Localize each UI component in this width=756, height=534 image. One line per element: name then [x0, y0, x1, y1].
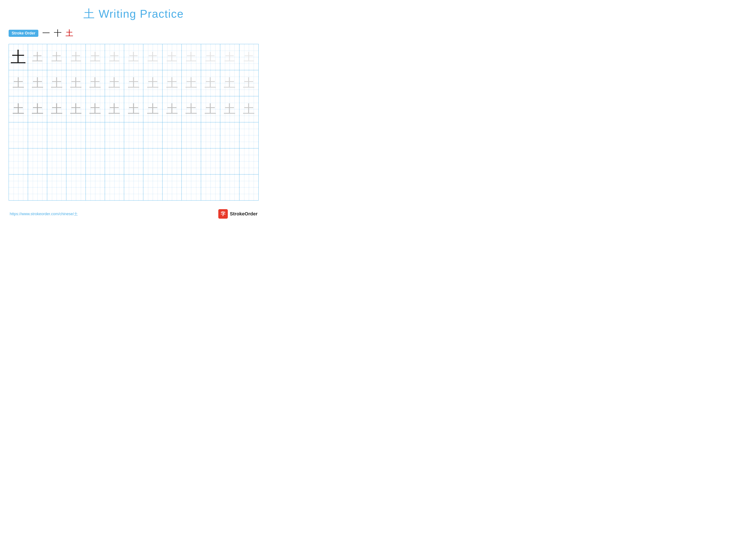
practice-char-guide: 土 [13, 75, 24, 91]
practice-char-guide: 土 [51, 50, 62, 64]
grid-cell-5-7 [124, 148, 143, 174]
practice-char-faint: 土 [243, 101, 255, 117]
grid-cell-2-6: 土 [105, 70, 124, 96]
practice-char-guide: 土 [32, 75, 43, 91]
grid-cell-5-6 [105, 148, 124, 174]
practice-char-faint: 土 [70, 101, 82, 117]
grid-cell-2-5: 土 [86, 70, 105, 96]
grid-cell-5-2 [28, 148, 47, 174]
practice-char-faint: 土 [166, 101, 178, 117]
grid-cell-2-13: 土 [239, 70, 258, 96]
stroke-order-row: Stroke Order 一 十 土 [9, 28, 258, 38]
grid-cell-3-11: 土 [201, 96, 220, 122]
grid-cell-3-4: 土 [67, 96, 86, 122]
practice-char-faint: 土 [147, 101, 159, 117]
grid-cell-3-2: 土 [28, 96, 47, 122]
grid-cell-1-3: 土 [47, 44, 67, 70]
stroke-sequence: 一 十 土 [42, 28, 73, 38]
grid-cell-6-3 [47, 174, 67, 200]
grid-cell-5-13 [239, 148, 258, 174]
practice-char-guide: 土 [243, 75, 255, 91]
practice-char-guide: 土 [51, 75, 63, 91]
practice-char-guide: 土 [244, 50, 254, 64]
grid-cell-6-7 [124, 174, 143, 200]
grid-cell-6-10 [182, 174, 201, 200]
grid-cell-2-9: 土 [162, 70, 182, 96]
grid-cell-6-9 [162, 174, 182, 200]
grid-cell-1-10: 土 [182, 44, 201, 70]
practice-char-guide: 土 [224, 50, 235, 64]
grid-row-6 [9, 174, 258, 200]
practice-char-guide: 土 [148, 50, 158, 64]
grid-cell-5-8 [143, 148, 162, 174]
grid-cell-2-10: 土 [182, 70, 201, 96]
grid-cell-5-11 [201, 148, 220, 174]
stroke-order-badge: Stroke Order [9, 30, 39, 37]
grid-row-4 [9, 122, 258, 148]
grid-cell-4-12 [220, 122, 239, 148]
practice-char-faint: 土 [108, 101, 120, 117]
grid-cell-4-9 [162, 122, 182, 148]
practice-char-guide: 土 [109, 50, 120, 64]
practice-char-guide: 土 [224, 75, 235, 91]
grid-cell-5-10 [182, 148, 201, 174]
practice-char-guide: 土 [32, 50, 43, 64]
practice-char-guide: 土 [108, 75, 120, 91]
practice-char-guide: 土 [89, 75, 101, 91]
practice-char-guide: 土 [166, 75, 178, 91]
grid-cell-5-4 [67, 148, 86, 174]
logo-icon: 字 [218, 209, 228, 219]
practice-char-faint: 土 [89, 101, 101, 117]
practice-grid: 土 土 土 土 [9, 44, 258, 201]
grid-cell-6-12 [220, 174, 239, 200]
logo-text: StrokeOrder [230, 211, 257, 217]
grid-cell-1-2: 土 [28, 44, 47, 70]
grid-cell-4-11 [201, 122, 220, 148]
grid-cell-4-5 [86, 122, 105, 148]
practice-char-faint: 土 [13, 101, 24, 117]
logo-char: 字 [221, 211, 226, 217]
grid-cell-2-4: 土 [67, 70, 86, 96]
grid-cell-5-12 [220, 148, 239, 174]
grid-cell-3-7: 土 [124, 96, 143, 122]
grid-cell-4-1 [9, 122, 28, 148]
practice-char-guide: 土 [205, 50, 216, 64]
grid-cell-1-11: 土 [201, 44, 220, 70]
practice-char-guide: 土 [128, 75, 140, 91]
grid-cell-4-3 [47, 122, 67, 148]
footer-url-link[interactable]: https://www.strokeorder.com/chinese/土 [10, 211, 78, 216]
grid-row-1: 土 土 土 土 [9, 44, 258, 70]
stroke-2: 十 [54, 28, 62, 38]
grid-cell-5-1 [9, 148, 28, 174]
practice-char-faint: 土 [185, 101, 197, 117]
grid-cell-1-6: 土 [105, 44, 124, 70]
grid-cell-1-12: 土 [220, 44, 239, 70]
grid-cell-5-5 [86, 148, 105, 174]
practice-char-guide: 土 [128, 50, 139, 64]
grid-cell-1-1: 土 [9, 44, 28, 70]
grid-cell-6-1 [9, 174, 28, 200]
grid-cell-3-13: 土 [239, 96, 258, 122]
grid-cell-2-12: 土 [220, 70, 239, 96]
grid-cell-2-11: 土 [201, 70, 220, 96]
practice-char-dark: 土 [11, 49, 26, 65]
grid-cell-2-2: 土 [28, 70, 47, 96]
practice-char-guide: 土 [167, 50, 177, 64]
grid-cell-2-3: 土 [47, 70, 67, 96]
stroke-3: 土 [66, 28, 73, 38]
grid-cell-1-13: 土 [239, 44, 258, 70]
grid-cell-5-3 [47, 148, 67, 174]
grid-row-2: 土 土 土 土 [9, 70, 258, 96]
practice-char-guide: 土 [185, 75, 197, 91]
practice-char-guide: 土 [90, 50, 101, 64]
practice-char-faint: 土 [51, 101, 63, 117]
grid-cell-4-6 [105, 122, 124, 148]
grid-cell-1-8: 土 [143, 44, 162, 70]
stroke-1: 一 [42, 28, 50, 38]
grid-cell-4-7 [124, 122, 143, 148]
grid-cell-4-2 [28, 122, 47, 148]
grid-cell-1-9: 土 [162, 44, 182, 70]
grid-cell-4-4 [67, 122, 86, 148]
grid-cell-3-1: 土 [9, 96, 28, 122]
grid-cell-6-6 [105, 174, 124, 200]
